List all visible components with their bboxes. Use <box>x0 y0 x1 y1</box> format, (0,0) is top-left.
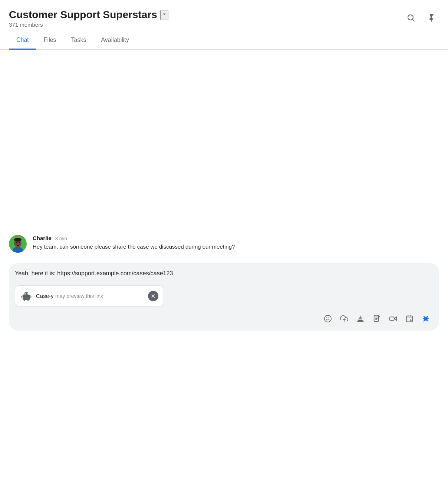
emoji-icon <box>324 315 332 323</box>
case-icon <box>21 291 32 301</box>
new-doc-icon <box>373 315 381 323</box>
tab-chat[interactable]: Chat <box>9 32 36 50</box>
send-button[interactable] <box>418 311 433 326</box>
compose-input[interactable] <box>15 269 433 279</box>
svg-rect-14 <box>24 300 25 301</box>
calendar-button[interactable] <box>402 311 417 326</box>
emoji-button[interactable] <box>320 311 335 326</box>
message-body: Charlie 3 min Hey team, can someone plea… <box>33 235 439 251</box>
header-actions <box>403 9 439 25</box>
link-preview-subtext: may preview this link <box>55 293 103 299</box>
tab-tasks[interactable]: Tasks <box>64 32 94 50</box>
tab-files[interactable]: Files <box>36 32 64 50</box>
svg-point-11 <box>25 293 26 295</box>
link-preview-close-button[interactable] <box>148 291 158 301</box>
tab-availability[interactable]: Availability <box>93 32 136 50</box>
group-title: Customer Support Superstars <box>9 9 168 21</box>
message-meta: Charlie 3 min <box>33 235 439 241</box>
calendar-icon <box>405 315 414 323</box>
svg-point-12 <box>27 293 28 295</box>
drive-button[interactable] <box>353 311 368 326</box>
avatar-image <box>9 235 27 253</box>
svg-rect-15 <box>27 300 29 301</box>
svg-rect-24 <box>390 317 394 320</box>
svg-point-8 <box>19 242 20 243</box>
svg-rect-13 <box>26 295 27 295</box>
header-left: Customer Support Superstars 371 members <box>9 9 168 28</box>
upload-button[interactable] <box>337 311 352 326</box>
header: Customer Support Superstars 371 members <box>0 0 448 28</box>
link-preview-text: Case-y may preview this link <box>36 293 103 299</box>
message-sender: Charlie <box>33 235 52 241</box>
search-button[interactable] <box>403 10 418 25</box>
search-icon <box>406 13 415 22</box>
tab-bar: Chat Files Tasks Availability <box>0 32 448 50</box>
message-text: Hey team, can someone please share the c… <box>33 243 439 251</box>
new-doc-button[interactable] <box>369 311 384 326</box>
svg-point-0 <box>408 15 413 20</box>
member-count: 371 members <box>9 21 168 28</box>
compose-box: Case-y may preview this link <box>9 263 439 331</box>
svg-point-6 <box>14 238 22 242</box>
svg-rect-26 <box>406 316 413 322</box>
video-icon <box>389 315 397 323</box>
link-preview-name: Case-y <box>36 293 54 299</box>
svg-point-7 <box>16 242 17 243</box>
message-row: Charlie 3 min Hey team, can someone plea… <box>9 230 439 257</box>
svg-marker-25 <box>394 317 396 320</box>
svg-rect-9 <box>23 295 30 300</box>
svg-point-16 <box>325 315 331 322</box>
upload-icon <box>340 315 348 323</box>
video-call-button[interactable] <box>386 311 401 326</box>
group-dropdown-button[interactable] <box>160 10 168 20</box>
compose-toolbar <box>15 311 433 326</box>
chat-area: Charlie 3 min Hey team, can someone plea… <box>0 50 448 257</box>
close-icon <box>150 293 156 299</box>
svg-line-1 <box>413 20 414 21</box>
drive-icon <box>356 315 365 323</box>
link-preview-card: Case-y may preview this link <box>15 285 163 307</box>
pin-button[interactable] <box>424 10 439 25</box>
group-name: Customer Support Superstars <box>9 9 157 21</box>
pin-icon <box>427 13 436 22</box>
message-time: 3 min <box>55 236 67 241</box>
avatar <box>9 235 27 253</box>
send-icon <box>421 314 430 323</box>
